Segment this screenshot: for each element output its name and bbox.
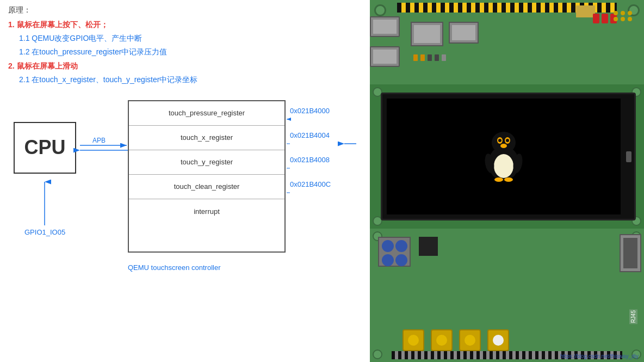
cap-3	[428, 54, 432, 61]
svg-point-15	[492, 132, 516, 154]
usb-port-1	[370, 16, 400, 37]
sub1-2: 1.2 在touch_pressure_register中记录压力值	[8, 45, 362, 59]
screen-button[interactable]	[626, 151, 631, 162]
addr-3: 0x021B400C	[290, 180, 331, 188]
mid-section	[370, 84, 644, 229]
ydot-5	[621, 17, 625, 21]
push-btn-4[interactable]	[487, 329, 509, 351]
bot-section: RJ45	[370, 229, 644, 362]
register-row-2: touch_y_register	[129, 150, 284, 175]
blue-circle-2	[395, 240, 407, 252]
push-btn-2[interactable]	[431, 329, 453, 351]
svg-point-20	[500, 144, 507, 148]
gpio-label: GPIO1_IO05	[24, 228, 65, 236]
addr-0: 0x021B4000	[290, 107, 330, 115]
blue-circle-3	[382, 254, 394, 266]
blue-circle-4	[395, 254, 407, 266]
addr-2: 0x021B4008	[290, 156, 330, 164]
right-panel: RJ45 https://blog.csdn.net/thisway_diy	[370, 0, 644, 362]
rj45-label: RJ45	[629, 309, 637, 324]
svg-point-18	[498, 139, 501, 142]
top-section	[370, 0, 644, 84]
ydot-6	[628, 17, 632, 21]
red-dot-2	[602, 14, 608, 23]
yellow-dots	[614, 11, 633, 21]
sub1-1: 1.1 QEMU改变GPIO电平、产生中断	[8, 32, 362, 45]
register-row-3: touch_clean_register	[129, 175, 284, 199]
blue-circle-1	[382, 240, 394, 252]
rj45-port	[620, 234, 641, 272]
pcb-board: RJ45 https://blog.csdn.net/thisway_diy	[370, 0, 644, 362]
item1: 1. 鼠标在屏幕上按下、松开；	[8, 18, 362, 32]
svg-point-22	[504, 177, 513, 182]
chip-gray-1	[411, 22, 443, 46]
push-btn-1[interactable]	[403, 329, 424, 351]
left-panel: 原理： 1. 鼠标在屏幕上按下、松开； 1.1 QEMU改变GPIO电平、产生中…	[0, 0, 370, 362]
usb-port-2	[370, 46, 400, 67]
ydot-4	[614, 17, 618, 21]
gray-connectors	[378, 237, 411, 267]
sub2-1: 2.1 在touch_x_register、touch_y_register中记…	[8, 73, 362, 87]
dark-chip	[419, 237, 438, 256]
cap-2	[420, 54, 425, 61]
screen-inner	[387, 99, 621, 214]
linux-penguin-icon	[482, 131, 525, 182]
diagram-area: CPU touch_pressure_register touch_x_regi…	[8, 95, 362, 302]
text-section: 原理： 1. 鼠标在屏幕上按下、松开； 1.1 QEMU改变GPIO电平、产生中…	[8, 5, 362, 87]
chip-yellow	[576, 5, 595, 17]
ydot-1	[614, 11, 618, 15]
ydot-3	[628, 11, 632, 15]
interrupt-row: interrupt	[129, 199, 284, 224]
register-row-1: touch_x_register	[129, 126, 284, 150]
ydot-2	[621, 11, 625, 15]
controller-box: touch_pressure_register touch_x_register…	[128, 100, 286, 253]
push-btn-3[interactable]	[459, 329, 481, 351]
caps-row	[413, 54, 446, 61]
svg-point-14	[494, 154, 513, 178]
red-dot-1	[593, 14, 599, 23]
svg-text:APB: APB	[92, 137, 106, 144]
cap-1	[413, 54, 418, 61]
svg-point-19	[506, 139, 509, 142]
screw-bot-bl	[373, 349, 382, 359]
url-watermark: https://blog.csdn.net/thisway_diy	[560, 353, 639, 359]
chip-gray-2	[449, 22, 479, 44]
register-row-0: touch_pressure_register	[129, 101, 284, 126]
cpu-label: CPU	[24, 136, 65, 159]
controller-label: QEMU touchscreen controller	[128, 263, 221, 272]
cap-5	[442, 54, 446, 61]
svg-point-21	[494, 177, 503, 182]
screen-border	[381, 93, 636, 220]
addr-1: 0x021B4004	[290, 131, 330, 139]
cap-4	[435, 54, 439, 61]
screw-top-left	[374, 4, 386, 16]
button-row	[403, 329, 509, 351]
cpu-box: CPU	[14, 122, 76, 174]
item2: 2. 鼠标在屏幕上滑动	[8, 59, 362, 73]
principle-title: 原理：	[8, 5, 362, 15]
